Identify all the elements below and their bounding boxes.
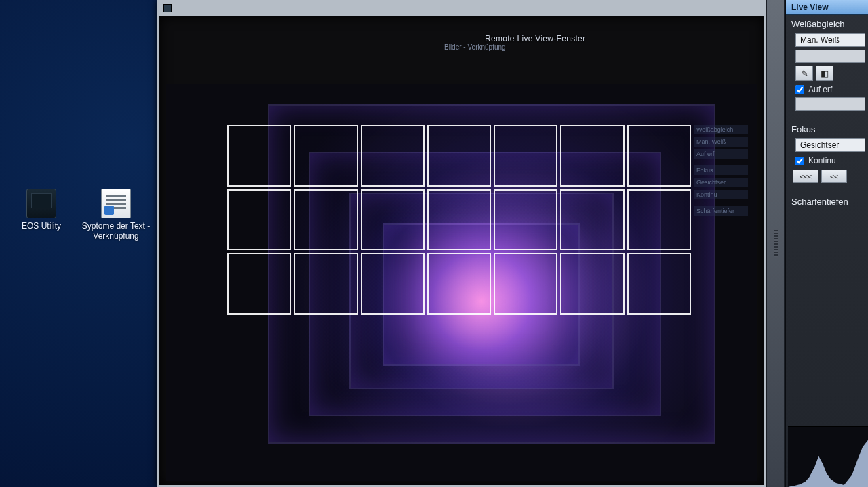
panel-resize-handle[interactable] — [766, 0, 785, 487]
checkbox-input[interactable] — [795, 85, 804, 94]
app-icon — [163, 4, 172, 12]
desktop-icon-label: Syptome der Text - Verknüpfung — [82, 221, 151, 241]
adjust-icon: ◧ — [821, 69, 829, 79]
section-title-schaerfentiefen: Schärfentiefen — [786, 193, 868, 210]
focus-mode-dropdown[interactable]: Gesichtser — [795, 138, 865, 152]
checkbox-auf-erf[interactable]: Auf erf — [786, 83, 868, 96]
remote-live-view-window[interactable]: Remote Live View-Fenster Bilder - Verknü… — [157, 0, 766, 487]
computer-icon — [26, 189, 56, 218]
window-titlebar[interactable] — [159, 1, 764, 15]
checkbox-label: Auf erf — [808, 85, 832, 94]
checkbox-kontinu[interactable]: Kontinu — [786, 155, 868, 167]
histogram — [788, 426, 868, 487]
reflected-side-panel: Weißabgleich Man. Weiß Auf erf Fokus Ges… — [694, 125, 748, 218]
eyedropper-icon: ✎ — [801, 69, 808, 79]
section-title-fokus: Fokus — [786, 120, 868, 137]
wb-extra-field[interactable] — [795, 97, 865, 111]
section-title-weissabgleich: Weißabgleich — [786, 15, 868, 32]
wb-secondary-button[interactable]: ◧ — [816, 66, 833, 81]
desktop-icon-eos-utility[interactable]: EOS Utility — [4, 189, 79, 231]
focus-far-large-button[interactable]: <<< — [793, 170, 818, 183]
checkbox-label: Kontinu — [808, 156, 836, 165]
control-panel: Live View Weißabgleich Man. Weiß ✎ ◧ Auf… — [785, 0, 868, 487]
checkbox-input[interactable] — [795, 157, 804, 165]
document-shortcut-icon — [101, 189, 131, 218]
grip-icon — [774, 230, 778, 257]
eyedropper-button[interactable]: ✎ — [795, 66, 813, 81]
inner-breadcrumb: Bilder - Verknüpfung — [444, 43, 506, 51]
focus-far-small-button[interactable]: << — [821, 170, 847, 183]
desktop-icon-text-shortcut[interactable]: Syptome der Text - Verknüpfung — [79, 189, 153, 241]
live-view-toggle-button[interactable]: Live View — [786, 0, 868, 15]
live-view-feed[interactable]: Weißabgleich Man. Weiß Auf erf Fokus Ges… — [166, 84, 757, 481]
white-balance-value-field[interactable] — [795, 50, 865, 63]
desktop-icon-label: EOS Utility — [22, 221, 61, 231]
inner-window-title: Remote Live View-Fenster — [485, 34, 585, 43]
white-balance-dropdown[interactable]: Man. Weiß — [795, 33, 865, 47]
